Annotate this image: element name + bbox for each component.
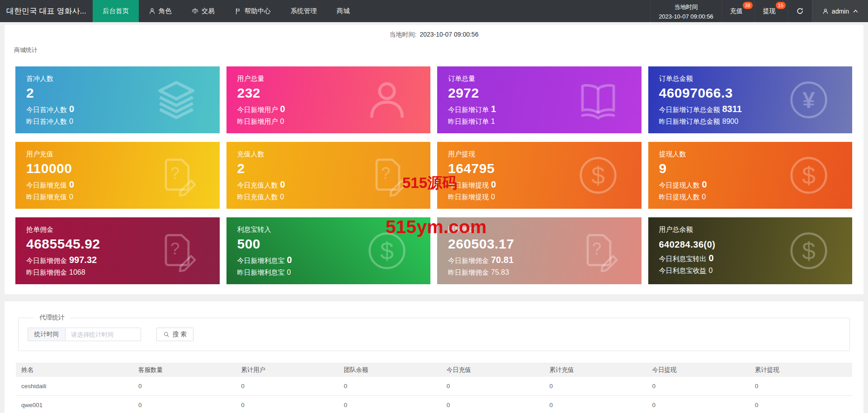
username: admin (832, 8, 849, 15)
agent-stats-legend: 代理统计 (34, 314, 70, 322)
menu-item-dashboard[interactable]: 后台首页 (93, 0, 139, 22)
time-label: 当地时间: (390, 31, 417, 38)
stat-card-withdraw-users: 提现人数 9 今日提现人数0 昨日提现人数0 (648, 142, 853, 209)
stat-card-user-withdraw: 用户提现 164795 今日新增提现0 昨日新增提现0 (437, 142, 642, 209)
navbar-right: 当地时间 2023-10-07 09:00:56 充值 38 提现 15 adm… (650, 0, 868, 22)
book-icon (576, 78, 620, 122)
menu-item-roles[interactable]: 角色 (139, 0, 182, 22)
col-total-recharge: 累计充值 (544, 363, 646, 377)
document-edit-icon (155, 154, 198, 197)
stat-time-input[interactable] (65, 328, 141, 341)
dollar-circle-icon (576, 154, 620, 197)
refresh-icon (796, 7, 804, 15)
recharge-badge: 38 (743, 2, 753, 9)
yen-circle-icon (787, 78, 830, 122)
table-row: ceshidaili 0 0 0 0 0 0 0 (16, 377, 852, 396)
flag-icon (235, 8, 241, 14)
menu-item-system[interactable]: 系统管理 (281, 0, 327, 22)
local-time-header: 当地时间:2023-10-07 09:00:56 (5, 25, 863, 39)
agent-stats-fieldset: 代理统计 统计时间 搜 索 (18, 314, 850, 351)
dollar-circle-icon (787, 229, 830, 272)
stat-card-total-balance: 用户总余额 640284.36(0) 今日利息宝转出0 今日利息宝收益0 (648, 217, 853, 284)
recharge-notice[interactable]: 充值 38 (722, 0, 755, 22)
search-icon (163, 331, 170, 338)
watermark-url: 515ym.com (386, 216, 486, 238)
user-icon (822, 8, 829, 14)
col-total-withdraw: 累计提现 (750, 363, 852, 377)
main-menu: 后台首页 角色 交易 帮助中心 系统管理 商城 (93, 0, 360, 22)
stat-card-user-recharge: 用户充值 110000 今日新增充值0 昨日新增充值0 (15, 142, 220, 209)
agent-table: 姓名 客服数量 累计用户 团队余额 今日充值 累计充值 今日提现 累计提现 ce… (16, 363, 852, 413)
local-time-value: 2023-10-07 09:00:56 (659, 12, 713, 22)
col-today-recharge: 今日充值 (441, 363, 544, 377)
navbar-local-time: 当地时间 2023-10-07 09:00:56 (650, 0, 722, 22)
user-icon (149, 8, 156, 14)
stat-time-label: 统计时间 (28, 328, 65, 341)
top-navbar: 대한민국 대표 영화사... 后台首页 角色 交易 帮助中心 系统管理 商城 当… (0, 0, 868, 22)
stat-card-total-users: 用户总量 232 今日新增用户0 昨日新增用户0 (226, 66, 431, 133)
filter-row: 统计时间 搜 索 (28, 328, 840, 341)
withdraw-badge: 15 (776, 2, 786, 9)
local-time-label: 当地时间 (659, 3, 713, 12)
watermark-text: 515源码 (402, 173, 457, 193)
layers-icon (155, 78, 198, 122)
chevron-up-icon (853, 9, 858, 13)
withdraw-notice[interactable]: 提现 15 (755, 0, 788, 22)
stat-card-first-charge-users: 首冲人数 2 今日首冲人数0 昨日首冲人数0 (15, 66, 220, 133)
col-name: 姓名 (16, 363, 133, 377)
person-icon (365, 78, 409, 122)
menu-item-trade[interactable]: 交易 (182, 0, 225, 22)
stat-card-order-amount: 订单总金额 46097066.3 今日新增订单总金额8311 昨日新增订单总金额… (648, 66, 853, 133)
section-title: 商城统计 (14, 46, 863, 54)
menu-item-mall[interactable]: 商城 (327, 0, 360, 22)
menu-item-help-center[interactable]: 帮助中心 (225, 0, 281, 22)
time-value: 2023-10-07 09:00:56 (420, 31, 478, 38)
dollar-circle-icon (787, 154, 830, 197)
stat-card-recharge-users: 充值人数 2 今日充值人数0 昨日充值人数0 (226, 142, 431, 209)
col-today-withdraw: 今日提现 (646, 363, 749, 377)
stat-card-grab-commission: 抢单佣金 4685545.92 今日新增佣金997.32 昨日新增佣金1068 (15, 217, 220, 284)
stat-card-total-orders: 订单总量 2972 今日新增订单1 昨日新增订单1 (437, 66, 642, 133)
col-service-count: 客服数量 (133, 363, 236, 377)
col-total-users: 累计用户 (236, 363, 338, 377)
app-brand: 대한민국 대표 영화사... (0, 0, 93, 22)
scales-icon (192, 8, 198, 14)
col-team-balance: 团队余额 (339, 363, 441, 377)
search-button[interactable]: 搜 索 (156, 328, 193, 341)
refresh-button[interactable] (788, 0, 812, 22)
table-row: qwe001 0 0 0 0 0 0 0 (16, 396, 852, 413)
stats-panel: 当地时间:2023-10-07 09:00:56 商城统计 首冲人数 2 今日首… (5, 25, 863, 294)
table-header-row: 姓名 客服数量 累计用户 团队余额 今日充值 累计充值 今日提现 累计提现 (16, 363, 852, 377)
user-menu[interactable]: admin (812, 0, 868, 22)
agent-stats-panel: 代理统计 统计时间 搜 索 姓名 客服数量 累计用户 团队余额 今日充值 累计充… (5, 301, 863, 413)
document-edit-icon (155, 229, 198, 272)
document-edit-icon (576, 229, 620, 272)
